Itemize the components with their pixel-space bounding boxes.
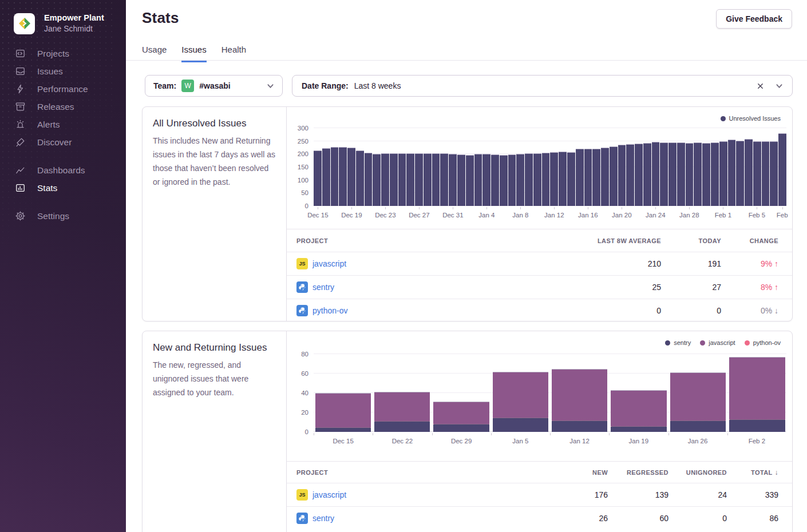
x-axis-tick-label: Dec 15 <box>307 212 328 219</box>
unresolved-issues-chart: Unresolved Issues 050100150200250300 Dec… <box>287 107 792 229</box>
x-axis-tick <box>609 433 610 435</box>
x-axis-tick-label: Jan 12 <box>544 212 564 219</box>
bar <box>626 144 634 206</box>
sidebar-item-settings[interactable]: Settings <box>0 207 126 225</box>
bar <box>677 142 685 206</box>
legend-dot-icon <box>700 340 705 346</box>
bar <box>491 154 499 206</box>
bar-segment-javascript <box>670 372 726 420</box>
bar <box>314 150 322 206</box>
sidebar-item-discover[interactable]: Discover <box>0 133 126 151</box>
bar <box>719 141 727 206</box>
project-link[interactable]: sentry <box>312 283 334 292</box>
y-axis-tick-label: 0 <box>305 428 308 435</box>
sidebar-item-label: Stats <box>37 183 57 193</box>
bar <box>533 153 541 206</box>
chart-plot-area: 050100150200250300 <box>314 128 786 206</box>
bar <box>778 133 786 206</box>
x-axis-tick-label: Feb 5 <box>749 212 765 219</box>
project-cell: JSjavascript <box>296 258 569 269</box>
project-link[interactable]: javascript <box>312 490 346 499</box>
give-feedback-button[interactable]: Give Feedback <box>716 9 792 29</box>
sidebar-nav-group: DashboardsStats <box>0 161 126 197</box>
column-header-today: TODAY <box>661 237 721 244</box>
x-axis-tick <box>314 433 314 435</box>
y-axis-tick-label: 100 <box>298 177 308 184</box>
bar <box>652 142 660 206</box>
chart-legend: Unresolved Issues <box>721 115 781 122</box>
project-link[interactable]: javascript <box>312 259 346 268</box>
sidebar-item-label: Issues <box>37 66 63 77</box>
tabs-divider <box>126 60 807 61</box>
regressed-cell: 139 <box>608 490 668 499</box>
x-axis-tick <box>520 207 521 209</box>
y-axis-tick-label: 50 <box>301 189 308 196</box>
stacked-bar-series <box>314 354 786 432</box>
bar <box>398 153 406 206</box>
team-avatar: W <box>181 80 194 92</box>
org-logo-icon <box>14 13 35 34</box>
sidebar-item-issues[interactable]: Issues <box>0 62 126 80</box>
project-link[interactable]: sentry <box>312 514 334 523</box>
legend-item-python-ov[interactable]: python-ov <box>745 339 781 346</box>
javascript-platform-icon: JS <box>296 258 308 269</box>
legend-item-javascript[interactable]: javascript <box>700 339 735 346</box>
bar <box>635 144 643 206</box>
stacked-bar <box>315 393 371 432</box>
bar <box>373 154 381 206</box>
sidebar-nav-group: Settings <box>0 207 126 225</box>
unignored-cell: 24 <box>668 490 727 499</box>
team-filter-label: Team: <box>153 81 176 90</box>
bar <box>331 147 339 206</box>
x-axis-tick-label: Dec 27 <box>409 212 429 219</box>
dashboards-icon <box>15 165 26 176</box>
new-returning-panel-description-column: New and Returning Issues The new, regres… <box>143 331 287 532</box>
x-axis-tick <box>385 207 386 209</box>
column-header-regressed: REGRESSED <box>608 469 668 476</box>
sidebar-item-releases[interactable]: Releases <box>0 98 126 116</box>
legend-dot-icon <box>745 340 750 346</box>
team-filter-value: #wasabi <box>199 81 230 90</box>
x-axis-tick <box>491 433 492 435</box>
sidebar: Empower Plant Jane Schmidt ProjectsIssue… <box>0 0 126 532</box>
sidebar-item-stats[interactable]: Stats <box>0 179 126 197</box>
sidebar-item-dashboards[interactable]: Dashboards <box>0 161 126 179</box>
legend-item-unresolved-issues[interactable]: Unresolved Issues <box>721 115 781 122</box>
bar-segment-javascript <box>611 390 666 426</box>
sidebar-item-label: Alerts <box>37 120 60 130</box>
bar <box>694 142 702 206</box>
clear-date-range-icon[interactable] <box>757 82 764 90</box>
project-cell: python-ov <box>296 305 569 316</box>
x-axis-tick-label: Dec 15 <box>333 438 353 444</box>
sidebar-item-label: Dashboards <box>37 165 85 176</box>
x-axis-tick-label: Jan 8 <box>512 212 528 219</box>
org-switcher[interactable]: Empower Plant Jane Schmidt <box>14 13 104 34</box>
project-link[interactable]: python-ov <box>312 306 347 315</box>
legend-label: javascript <box>709 339 735 346</box>
legend-item-sentry[interactable]: sentry <box>665 339 691 346</box>
bar <box>745 139 753 206</box>
sidebar-item-performance[interactable]: Performance <box>0 80 126 98</box>
x-axis-tick-label: Jan 24 <box>646 212 666 219</box>
chevron-down-icon <box>776 82 783 90</box>
legend-label: Unresolved Issues <box>729 115 781 122</box>
bar <box>508 154 516 206</box>
sidebar-item-projects[interactable]: Projects <box>0 45 126 62</box>
column-header-total[interactable]: TOTAL ↓ <box>727 469 778 477</box>
sidebar-item-alerts[interactable]: Alerts <box>0 116 126 133</box>
page-title: Stats <box>142 9 179 27</box>
bar <box>753 141 761 206</box>
x-axis-tick <box>550 433 551 435</box>
x-axis-tick-label: Dec 29 <box>451 438 472 444</box>
change-cell: 8% ↑ <box>721 283 778 292</box>
column-header-project: PROJECT <box>296 237 569 244</box>
chart-x-axis: Dec 15Dec 19Dec 23Dec 27Dec 31Jan 4Jan 8… <box>314 212 786 220</box>
bar <box>559 152 567 206</box>
x-axis-tick <box>318 207 318 209</box>
bar <box>610 146 618 206</box>
y-axis-tick-label: 20 <box>301 409 308 416</box>
releases-icon <box>15 101 26 112</box>
stacked-bar <box>552 369 607 432</box>
team-filter[interactable]: Team: W #wasabi <box>145 75 283 97</box>
date-range-filter[interactable]: Date Range: Last 8 weeks <box>292 75 793 97</box>
